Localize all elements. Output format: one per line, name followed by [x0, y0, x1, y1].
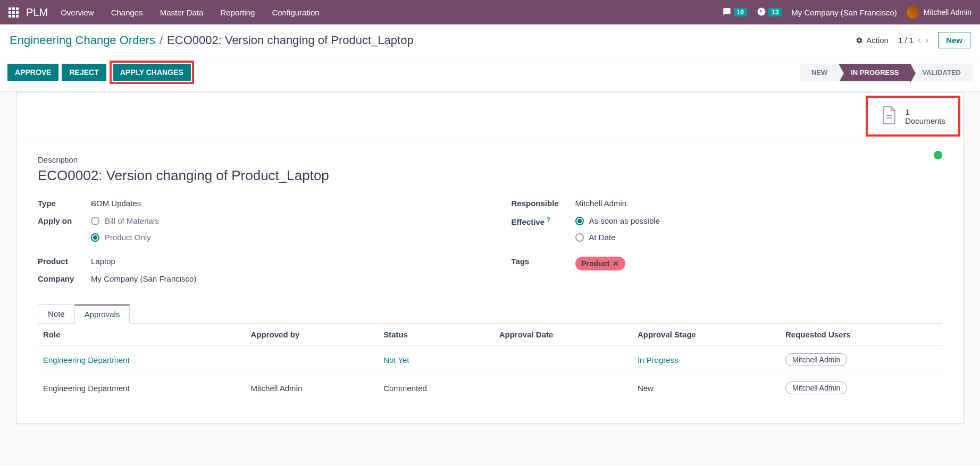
col-requested-users[interactable]: Requested Users	[780, 324, 942, 346]
chat-count-badge: 10	[734, 8, 747, 16]
gear-icon	[856, 37, 863, 44]
document-icon	[881, 105, 898, 127]
breadcrumb-bar: Engineering Change Orders / ECO0002: Ver…	[0, 24, 980, 56]
responsible-label: Responsible	[512, 199, 575, 208]
tags-field[interactable]: Product ✕	[575, 257, 626, 270]
approvals-table: Role Approved by Status Approval Date Ap…	[38, 323, 942, 402]
cell-requested-user: Mitchell Admin	[780, 374, 942, 402]
status-new[interactable]: NEW	[800, 64, 839, 81]
description-label: Description	[38, 155, 942, 164]
radio-icon	[575, 217, 584, 225]
col-approved-by[interactable]: Approved by	[246, 324, 379, 346]
status-bar: NEW IN PROGRESS VALIDATED	[800, 64, 973, 81]
apply-on-bom-radio[interactable]: Bill of Materials	[91, 216, 159, 225]
cell-role: Engineering Department	[38, 374, 246, 402]
action-label: Action	[866, 36, 889, 45]
cell-approval-date	[494, 346, 632, 374]
reject-button[interactable]: REJECT	[62, 64, 106, 81]
documents-label: Documents	[905, 116, 945, 125]
menu-changes[interactable]: Changes	[111, 8, 143, 17]
activities-button[interactable]: 13	[757, 7, 782, 18]
menu-overview[interactable]: Overview	[61, 8, 94, 17]
apply-on-bom-label: Bill of Materials	[105, 216, 159, 225]
col-approval-date[interactable]: Approval Date	[494, 324, 632, 346]
product-link[interactable]: Laptop	[91, 257, 115, 266]
user-name: Mitchell Admin	[924, 8, 971, 16]
pager: 1 / 1 ‹ ›	[898, 35, 928, 46]
radio-icon	[575, 233, 584, 242]
new-record-button[interactable]: New	[938, 32, 970, 48]
breadcrumb-parent[interactable]: Engineering Change Orders	[10, 33, 155, 47]
kanban-status-dot[interactable]	[934, 151, 942, 159]
col-approval-stage[interactable]: Approval Stage	[632, 324, 780, 346]
pager-text[interactable]: 1 / 1	[898, 36, 914, 45]
cell-status[interactable]: Not Yet	[378, 346, 494, 374]
cell-role[interactable]: Engineering Department	[38, 346, 246, 374]
approve-button[interactable]: APPROVE	[7, 64, 58, 81]
apply-changes-highlight: APPLY CHANGES	[110, 61, 194, 84]
table-header-row: Role Approved by Status Approval Date Ap…	[38, 324, 942, 346]
col-status[interactable]: Status	[378, 324, 494, 346]
status-validated[interactable]: VALIDATED	[911, 64, 973, 81]
discuss-button[interactable]: 10	[722, 7, 747, 18]
breadcrumb-sep: /	[160, 33, 163, 47]
effective-asap-label: As soon as possible	[589, 216, 660, 225]
apps-icon[interactable]	[9, 7, 19, 18]
action-dropdown[interactable]: Action	[856, 36, 889, 45]
menu-configuration[interactable]: Configuration	[272, 8, 319, 17]
documents-button[interactable]: 1 Documents	[866, 96, 960, 137]
record-title[interactable]: ECO0002: Version changing of Product_Lap…	[38, 167, 942, 184]
apply-on-product-label: Product Only	[105, 233, 151, 242]
chat-icon	[722, 7, 732, 18]
cell-requested-user: Mitchell Admin	[780, 346, 942, 374]
effective-asap-radio[interactable]: As soon as possible	[575, 216, 660, 225]
type-label: Type	[38, 199, 91, 208]
table-row[interactable]: Engineering Department Mitchell Admin Co…	[38, 374, 942, 402]
breadcrumb-current: ECO0002: Version changing of Product_Lap…	[167, 33, 414, 47]
pager-prev-icon[interactable]: ‹	[918, 35, 921, 46]
tags-label: Tags	[512, 257, 575, 266]
radio-icon	[91, 233, 99, 242]
user-pill[interactable]: Mitchell Admin	[785, 353, 847, 366]
user-pill[interactable]: Mitchell Admin	[785, 382, 847, 394]
cell-approval-date	[494, 374, 632, 402]
cell-stage[interactable]: In Progress	[632, 346, 780, 374]
documents-count: 1	[905, 107, 945, 116]
pager-next-icon[interactable]: ›	[925, 35, 928, 46]
tab-note[interactable]: Note	[38, 304, 75, 324]
apply-on-label: Apply on	[38, 216, 91, 225]
menu-master-data[interactable]: Master Data	[160, 8, 204, 17]
apply-on-product-radio[interactable]: Product Only	[91, 233, 159, 242]
activity-count-badge: 13	[768, 8, 782, 16]
form-sheet: 1 Documents Description ECO0002: Version…	[16, 92, 964, 424]
tab-approvals[interactable]: Approvals	[74, 304, 130, 324]
clock-icon	[757, 7, 766, 18]
menu-reporting[interactable]: Reporting	[220, 8, 255, 17]
product-label: Product	[38, 257, 91, 266]
top-navbar: PLM Overview Changes Master Data Reporti…	[0, 0, 980, 24]
status-in-progress[interactable]: IN PROGRESS	[839, 64, 910, 81]
cell-stage: New	[632, 374, 780, 402]
main-menu: Overview Changes Master Data Reporting C…	[61, 8, 320, 17]
responsible-value[interactable]: Mitchell Admin	[575, 199, 627, 208]
company-value[interactable]: My Company (San Francisco)	[91, 274, 196, 283]
cell-approved-by: Mitchell Admin	[246, 374, 379, 402]
effective-at-date-radio[interactable]: At Date	[575, 233, 660, 242]
apply-changes-button[interactable]: APPLY CHANGES	[113, 64, 191, 81]
cell-status: Commented	[378, 374, 494, 402]
type-value[interactable]: BOM Updates	[91, 199, 141, 208]
tag-remove-icon[interactable]: ✕	[613, 259, 619, 268]
col-role[interactable]: Role	[38, 324, 246, 346]
app-brand[interactable]: PLM	[26, 6, 48, 19]
notebook-tabs: Note Approvals	[38, 304, 942, 324]
effective-label: Effective ?	[512, 216, 575, 226]
table-row[interactable]: Engineering Department Not Yet In Progre…	[38, 346, 942, 374]
company-switcher[interactable]: My Company (San Francisco)	[791, 8, 897, 17]
cell-approved-by	[246, 346, 379, 374]
tag-product: Product ✕	[575, 257, 626, 270]
help-icon[interactable]: ?	[547, 216, 550, 223]
avatar	[907, 6, 919, 19]
action-bar: APPROVE REJECT APPLY CHANGES NEW IN PROG…	[0, 56, 980, 92]
user-menu[interactable]: Mitchell Admin	[907, 6, 971, 19]
radio-icon	[91, 217, 99, 225]
